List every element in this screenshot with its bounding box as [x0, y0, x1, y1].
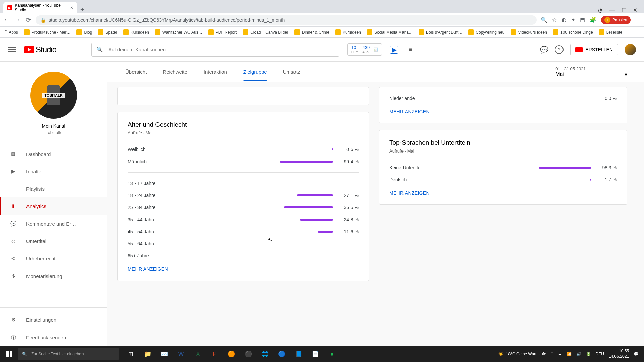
ext1-icon[interactable]: ◐: [561, 17, 566, 23]
extensions-icon[interactable]: 🧩: [590, 17, 596, 23]
maximize-icon[interactable]: ☐: [622, 7, 626, 13]
spotify-icon[interactable]: ●: [324, 346, 340, 362]
user-avatar[interactable]: [625, 44, 636, 55]
bookmark-item[interactable]: Kursideen: [335, 29, 361, 35]
clock[interactable]: 10:55 14.06.2021: [609, 349, 629, 359]
zoom-icon[interactable]: 🔍: [541, 17, 547, 23]
sidebar-item-kommentare und er…[interactable]: 💬Kommentare und Er…: [0, 215, 107, 232]
bookmarks-bar: ⠿ AppsProduktsuche - Mer…BlogSpäterKursi…: [0, 27, 644, 38]
forward-button[interactable]: →: [14, 16, 21, 23]
back-button[interactable]: ←: [3, 16, 10, 23]
more-link[interactable]: MEHR ANZEIGEN: [128, 266, 359, 272]
bookmark-item[interactable]: Produktsuche - Mer…: [24, 29, 71, 35]
bookmark-item[interactable]: Leseliste: [599, 29, 622, 35]
app2-icon[interactable]: 📘: [290, 346, 307, 362]
taskbar-search[interactable]: 🔍 Zur Suche Text hier eingeben: [18, 348, 119, 360]
app3-icon[interactable]: 📄: [307, 346, 323, 362]
mail-icon[interactable]: ✉️: [156, 346, 172, 362]
onedrive-icon[interactable]: ☁: [558, 352, 562, 356]
close-icon[interactable]: ×: [70, 5, 73, 10]
start-button[interactable]: [1, 346, 17, 362]
bookmark-item[interactable]: Blog: [76, 29, 92, 35]
chat-icon[interactable]: 💬: [540, 46, 548, 54]
more-link[interactable]: MEHR ANZEIGEN: [389, 109, 617, 114]
bookmark-item[interactable]: Dinner & Crime: [294, 29, 329, 35]
chrome-icon[interactable]: 🌐: [257, 346, 273, 362]
wifi-icon[interactable]: 📶: [567, 352, 572, 356]
new-tab-button[interactable]: +: [77, 6, 88, 13]
tab-zielgruppe[interactable]: Zielgruppe: [235, 62, 275, 81]
bookmark-item[interactable]: Cload + Canva Bilder: [243, 29, 288, 35]
sidebar-item-playlists[interactable]: ≡Playlists: [0, 180, 107, 197]
tab-reichweite[interactable]: Reichweite: [155, 62, 195, 81]
card-title: Alter und Geschlecht: [128, 121, 359, 128]
sidebar-item-untertitel[interactable]: ㏄Untertitel: [0, 232, 107, 250]
incognito-icon[interactable]: ◔: [598, 7, 603, 13]
search-input[interactable]: [108, 47, 334, 52]
tray-chevron-icon[interactable]: ˄: [551, 352, 553, 356]
sidebar-item-dashboard[interactable]: ▦Dashboard: [0, 145, 107, 163]
channel-avatar[interactable]: TOBITALK: [30, 72, 77, 119]
bookmark-item[interactable]: 100 schöne Dinge: [553, 29, 593, 35]
sidebar-item-analytics[interactable]: ▮Analytics: [0, 197, 107, 215]
search-box[interactable]: 🔍: [91, 43, 339, 57]
lang-indicator[interactable]: DEU: [596, 352, 604, 356]
notifications-icon[interactable]: 💬: [634, 352, 639, 356]
app1-icon[interactable]: 🟠: [223, 346, 239, 362]
stat-row: Keine Untertitel 98,3 %: [389, 162, 617, 174]
battery-icon[interactable]: 🔋: [586, 352, 591, 356]
sidebar-item-einstellungen[interactable]: ⚙Einstellungen: [0, 311, 107, 328]
stat-value: 99,4 %: [338, 159, 359, 164]
obs-icon[interactable]: ⚫: [240, 346, 256, 362]
bookmark-item[interactable]: Wahlfächer WU Aus…: [155, 29, 202, 35]
apps-button[interactable]: ⠿ Apps: [5, 30, 18, 35]
tab-übersicht[interactable]: Übersicht: [117, 62, 155, 81]
sidebar-item-feedback senden[interactable]: ⓘFeedback senden: [0, 328, 107, 346]
bookmark-item[interactable]: Kursideen: [123, 29, 149, 35]
volume-icon[interactable]: 🔊: [576, 352, 581, 356]
browser-tab-active[interactable]: ▶ Kanalanalysen - YouTube Studio ×: [3, 2, 77, 13]
tab-interaktion[interactable]: Interaktion: [196, 62, 235, 81]
sidebar-item-urheberrecht[interactable]: ©Urheberrecht: [0, 250, 107, 267]
play-toggle-icon[interactable]: ▶: [390, 46, 398, 54]
stat-sub-2: 48h: [362, 50, 370, 54]
close-window-icon[interactable]: ✕: [633, 7, 637, 13]
weather-widget[interactable]: ☀️ 18°C Gelbe Warnstufe: [498, 352, 546, 356]
ext3-icon[interactable]: ⬒: [580, 17, 585, 23]
stats-widget[interactable]: 1060m 43948h 📊: [347, 43, 382, 56]
bookmark-item[interactable]: Copywriting neu: [468, 29, 504, 35]
url-field[interactable]: 🔒 studio.youtube.com/channel/UC6N5u-OiGz…: [36, 15, 537, 25]
excel-icon[interactable]: X: [190, 346, 206, 362]
tab-umsatz[interactable]: Umsatz: [275, 62, 308, 81]
bookmark-item[interactable]: Später: [98, 29, 117, 35]
edge-icon[interactable]: 🔵: [274, 346, 290, 362]
studio-logo[interactable]: Studio: [24, 45, 56, 54]
hamburger-icon[interactable]: [8, 46, 16, 53]
sidebar-bottom: ⚙EinstellungenⓘFeedback senden: [0, 307, 107, 346]
create-button[interactable]: ERSTELLEN: [570, 44, 618, 55]
help-icon[interactable]: ?: [555, 45, 564, 54]
bookmark-item[interactable]: Videokurs Ideen: [511, 29, 547, 35]
sidebar-item-inhalte[interactable]: ▶Inhalte: [0, 163, 107, 180]
minimize-icon[interactable]: —: [609, 7, 615, 13]
bar-fill: [332, 148, 333, 150]
period-picker[interactable]: 01.–31.05.2021 Mai▾: [555, 66, 634, 78]
channel-name: TobiTalk: [46, 130, 61, 135]
taskview-icon[interactable]: ⊞: [123, 346, 139, 362]
more-link[interactable]: MEHR ANZEIGEN: [389, 190, 617, 196]
menu-icon[interactable]: ⋮: [635, 17, 641, 23]
sidebar-item-monetarisierung[interactable]: ＄Monetarisierung: [0, 267, 107, 285]
star-icon[interactable]: ☆: [552, 17, 557, 23]
powerpoint-icon[interactable]: P: [207, 346, 223, 362]
stat-label: Deutsch: [389, 177, 450, 182]
bookmark-item[interactable]: PDF Report: [208, 29, 237, 35]
profile-badge[interactable]: T Pausiert: [601, 16, 631, 24]
list-icon[interactable]: ≡: [406, 46, 414, 54]
reload-button[interactable]: ⟳: [25, 16, 32, 24]
bookmark-item[interactable]: Bois d'Argent Duft…: [419, 29, 462, 35]
explorer-icon[interactable]: 📁: [140, 346, 156, 362]
bookmark-item[interactable]: Social Media Mana…: [367, 29, 413, 35]
ext2-icon[interactable]: ✦: [571, 17, 575, 23]
stat-label: 65+ Jahre: [128, 253, 188, 258]
word-icon[interactable]: W: [173, 346, 189, 362]
